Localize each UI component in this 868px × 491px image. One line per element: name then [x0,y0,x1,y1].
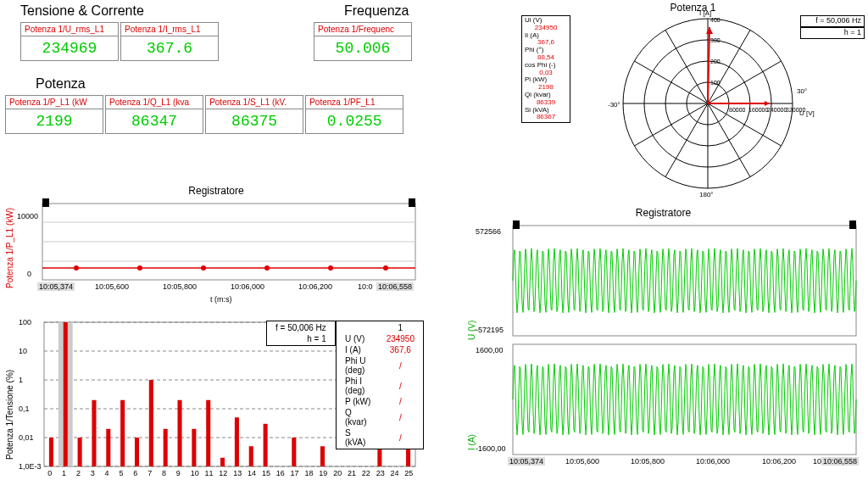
svg-rect-76 [513,220,520,229]
card-irms-value: 367.6 [121,36,218,60]
svg-point-34 [201,265,206,271]
harmonics-chart: Potenza 1/Tensione (%) 1,0E-30,010,11101… [8,315,424,485]
svg-text:-30°: -30° [608,101,620,109]
svg-text:100: 100 [710,80,721,86]
svg-text:180°: 180° [699,191,714,198]
group-power: Potenza Potenza 1/P_L1 (kW 2199 Potenza … [5,75,403,134]
svg-rect-54 [135,438,139,466]
card-irms: Potenza 1/I_rms_L1 367.6 [120,22,219,61]
card-urms-header: Potenza 1/U_rms_L1 [21,23,118,36]
svg-rect-67 [320,446,325,466]
card-frequency-value: 50.006 [314,36,411,60]
card-pf: Potenza 1/PF_L1 0.0255 [305,95,403,134]
svg-rect-62 [249,446,253,466]
svg-rect-65 [292,438,296,466]
svg-rect-53 [120,400,125,466]
polar-f-box: f = 50,006 Hz [800,15,865,27]
svg-rect-77 [849,220,856,229]
svg-rect-56 [164,429,168,466]
card-p: Potenza 1/P_L1 (kW 2199 [5,95,103,134]
svg-rect-50 [78,438,82,466]
title-voltage-current: Tensione & Corrente [20,3,218,19]
svg-rect-48 [49,438,53,466]
card-urms-value: 234969 [21,36,118,60]
recorder1-chart: Registratore Potenza 1/P_L1 (kW) 0 10000… [8,187,424,305]
card-frequency: Potenza 1/Frequenc 50.006 [314,22,412,61]
card-q: Potenza 1/Q_L1 (kva 86347 [105,95,203,134]
polar-info-box: Ui (V)234950Ii (A)367,6Phi (°)88,54cos P… [521,15,570,123]
svg-rect-61 [235,417,239,466]
polar-chart: Potenza 1 80000 160000 [521,3,865,198]
svg-rect-38 [42,198,49,207]
svg-rect-39 [409,198,415,207]
polar-h-box: h = 1 [800,27,865,39]
harmonics-side-table: 1U (V)234950I (A)367,6Phi U (deg)/Phi I … [336,321,424,449]
svg-text:80000: 80000 [729,107,746,113]
harmonics-ylabel: Potenza 1/Tensione (%) [5,370,14,460]
svg-point-33 [137,265,142,271]
group-frequency: Frequenza Potenza 1/Frequenc 50.006 [314,2,411,61]
svg-rect-51 [92,400,96,466]
svg-point-37 [383,265,388,271]
svg-point-36 [328,265,333,271]
card-urms: Potenza 1/U_rms_L1 234969 [20,22,119,61]
svg-rect-60 [220,458,225,466]
svg-marker-11 [765,101,770,106]
svg-rect-59 [206,400,210,466]
recorder2-title: Registratore [462,207,865,219]
recorder1-title: Registratore [8,185,424,197]
svg-text:160000: 160000 [748,107,768,113]
svg-text:U [V]: U [V] [799,109,815,117]
svg-rect-57 [178,400,182,466]
svg-rect-58 [192,429,196,466]
svg-text:400: 400 [710,17,721,23]
recorder1-ylabel: Potenza 1/P_L1 (kW) [5,208,14,288]
svg-point-35 [264,265,270,271]
svg-text:30°: 30° [797,87,807,95]
svg-rect-52 [106,429,110,466]
recorder2-svg [462,209,865,480]
card-frequency-header: Potenza 1/Frequenc [314,23,411,36]
group-voltage-current: Tensione & Corrente Potenza 1/U_rms_L1 2… [20,2,218,61]
title-frequency: Frequenza [314,3,411,19]
svg-text:240000: 240000 [767,107,787,113]
card-irms-header: Potenza 1/I_rms_L1 [121,23,218,36]
svg-marker-13 [706,27,713,34]
svg-text:200: 200 [710,59,721,64]
svg-point-32 [74,265,79,271]
svg-rect-63 [264,424,268,466]
svg-text:300: 300 [710,37,721,43]
recorder2-chart: Registratore U (V) I (A) 572566 -572195 … [462,209,865,480]
svg-rect-49 [64,322,68,466]
polar-title: Potenza 1 [521,2,865,14]
title-power: Potenza [5,76,403,92]
svg-rect-55 [149,380,153,466]
harmonics-f-h-box: f = 50,006 Hz h = 1 [266,321,336,346]
card-s: Potenza 1/S_L1 (kV. 86375 [205,95,303,134]
